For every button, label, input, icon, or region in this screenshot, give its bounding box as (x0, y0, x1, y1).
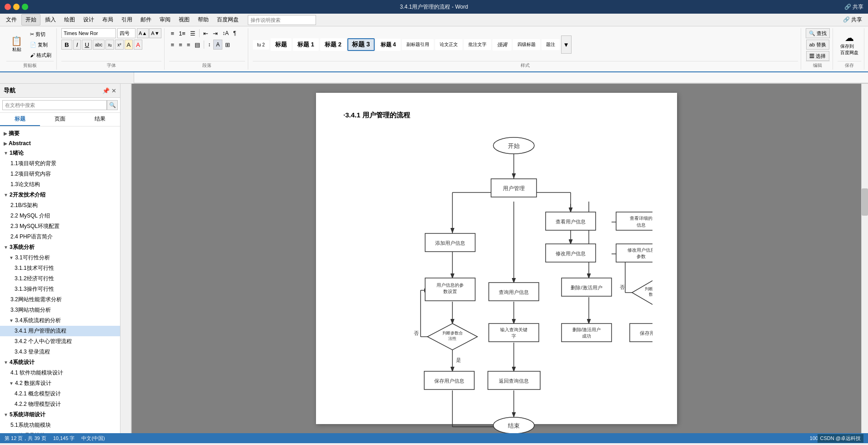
select-button[interactable]: ☰ 选择 (806, 51, 829, 61)
tree-item[interactable]: 4.1 软件功能模块设计 (0, 368, 120, 378)
tree-item[interactable]: 1.2项目研究内容 (0, 169, 120, 179)
tree-item[interactable]: ▼4系统设计 (0, 357, 120, 368)
tree-item[interactable]: 1.1项目研究的背景 (0, 158, 120, 169)
menu-help[interactable]: 帮助 (194, 15, 212, 25)
align-right-button[interactable]: ≡ (185, 40, 192, 50)
align-center-button[interactable]: ≡ (177, 40, 184, 50)
line-spacing-button[interactable]: ↕ (206, 40, 212, 50)
tree-item[interactable]: 3.4.3 登录流程 (0, 347, 120, 357)
menu-design[interactable]: 设计 (80, 15, 98, 25)
style-body[interactable]: 论文正文 (435, 39, 462, 50)
align-left-button[interactable]: ≡ (169, 40, 176, 50)
tree-item[interactable]: ▼4.2 数据库设计 (0, 378, 120, 389)
style-h2[interactable]: 标题 2 (320, 38, 346, 51)
tree-item[interactable]: 3.1.2经济可行性 (0, 273, 120, 284)
menu-file[interactable]: 文件 (2, 15, 20, 25)
more-styles-button[interactable]: ▼ (561, 35, 572, 54)
menu-home[interactable]: 开始 (21, 14, 40, 25)
tree-item[interactable]: ▼2开发技术介绍 (0, 190, 120, 200)
strikethrough-button[interactable]: abc (93, 40, 105, 50)
style-h4b[interactable]: 四级标题 (513, 39, 540, 50)
share-button[interactable]: 🔗 共享 (844, 3, 863, 11)
find-button[interactable]: 🔍 查找 (806, 28, 830, 38)
tree-item[interactable]: 4.2.2 物理模型设计 (0, 399, 120, 410)
menu-layout[interactable]: 布局 (99, 15, 117, 25)
replace-button[interactable]: ab 替换 (806, 40, 829, 50)
tree-item[interactable]: 3.4.2 个人中心管理流程 (0, 336, 120, 347)
underline-button[interactable]: U (82, 40, 92, 50)
bold-button[interactable]: B (61, 40, 72, 50)
tree-item[interactable]: 3.2网站性能需求分析 (0, 294, 120, 305)
tree-item[interactable]: 4.2.1 概念模型设计 (0, 389, 120, 399)
tree-item[interactable]: 3.1.3操作可行性 (0, 284, 120, 294)
style-normal[interactable]: tu 2 (253, 40, 270, 50)
tree-item[interactable]: ▼1绪论 (0, 148, 120, 158)
font-name-input[interactable] (61, 28, 116, 38)
shading-button[interactable]: A (213, 40, 222, 50)
tree-item[interactable]: 3.1.1技术可行性 (0, 263, 120, 273)
menu-references[interactable]: 引用 (118, 15, 136, 25)
style-h1[interactable]: 标题 1 (293, 38, 319, 51)
increase-indent-button[interactable]: ⇥ (211, 28, 220, 38)
borders-button[interactable]: ⊞ (223, 40, 232, 50)
menu-view[interactable]: 视图 (175, 15, 193, 25)
command-search[interactable] (248, 15, 316, 25)
decrease-indent-button[interactable]: ⇤ (201, 28, 210, 38)
menu-mailings[interactable]: 邮件 (137, 15, 155, 25)
bullets-button[interactable]: ≡ (169, 28, 176, 38)
cut-button[interactable]: ✂ 剪切 (28, 30, 54, 39)
font-size-input[interactable] (117, 28, 135, 38)
subscript-button[interactable]: x₂ (105, 40, 114, 50)
tree-item[interactable]: ▶摘要 (0, 128, 120, 139)
font-color-button[interactable]: A (134, 40, 142, 50)
style-heading[interactable]: 标题 (271, 38, 291, 51)
save-baidu-button[interactable]: ☁ 保存到百度网盘 (838, 31, 861, 58)
highlight-button[interactable]: A (125, 40, 133, 50)
tree-item[interactable]: 3.3网站功能分析 (0, 305, 120, 315)
tree-item[interactable]: 5.1系统功能模块 (0, 420, 120, 430)
sidebar-tab-pages[interactable]: 页面 (40, 113, 80, 126)
tree-item[interactable]: 2.4 PHP语言简介 (0, 232, 120, 242)
font-shrink-button[interactable]: A▼ (149, 28, 161, 38)
copy-button[interactable]: 📄 复制 (28, 40, 54, 50)
sidebar-search-input[interactable] (2, 100, 107, 110)
multilevel-list-button[interactable]: ☰ (188, 28, 197, 38)
sidebar-pin-button[interactable]: 📌 (102, 87, 110, 94)
italic-button[interactable]: I (73, 40, 81, 50)
tree-item[interactable]: ▼3.1可行性分析 (0, 253, 120, 263)
scrollbar-thumb[interactable] (862, 188, 868, 216)
tree-item[interactable]: ▶Abstract (0, 139, 120, 148)
font-grow-button[interactable]: A▲ (137, 28, 149, 38)
tree-item[interactable]: 2.1B/S架构 (0, 200, 120, 211)
justify-button[interactable]: ▤ (193, 40, 202, 50)
style-emphasis[interactable]: 强调 (492, 39, 512, 51)
sort-button[interactable]: ↕A (221, 28, 231, 38)
format-painter-button[interactable]: 🖌 格式刷 (28, 51, 54, 60)
sidebar-tab-results[interactable]: 结果 (80, 113, 120, 126)
style-caption[interactable]: 题注 (542, 39, 560, 50)
sidebar-close-button[interactable]: ✕ (111, 87, 116, 94)
style-h4[interactable]: 标题 4 (376, 39, 401, 51)
tree-item[interactable]: 1.3论文结构 (0, 179, 120, 190)
tree-item[interactable]: 2.3 MySQL环境配置 (0, 221, 120, 232)
superscript-button[interactable]: x² (115, 40, 123, 50)
sidebar-search-button[interactable]: 🔍 (107, 100, 118, 110)
close-button[interactable] (5, 4, 11, 10)
style-subtitle[interactable]: 副标题引用 (402, 39, 434, 50)
paste-button[interactable]: 📋 粘贴 (6, 35, 27, 55)
sidebar-tab-headings[interactable]: 标题 (0, 113, 40, 126)
maximize-button[interactable] (22, 4, 28, 10)
menu-baidu[interactable]: 百度网盘 (213, 15, 242, 25)
menu-draw[interactable]: 绘图 (60, 15, 79, 25)
vertical-scrollbar[interactable] (861, 84, 868, 433)
style-h3[interactable]: 标题 3 (347, 38, 375, 51)
tree-item[interactable]: ▼3系统分析 (0, 242, 120, 253)
menu-insert[interactable]: 插入 (41, 15, 60, 25)
tree-item[interactable]: 2.2 MySQL 介绍 (0, 211, 120, 221)
tree-item[interactable]: 3.4.1 用户管理的流程 (0, 326, 120, 336)
style-comment[interactable]: 批注文字 (464, 39, 491, 50)
minimize-button[interactable] (13, 4, 20, 10)
pilcrow-button[interactable]: ¶ (231, 28, 238, 38)
numbering-button[interactable]: 1≡ (177, 28, 187, 38)
menu-review[interactable]: 审阅 (156, 15, 174, 25)
